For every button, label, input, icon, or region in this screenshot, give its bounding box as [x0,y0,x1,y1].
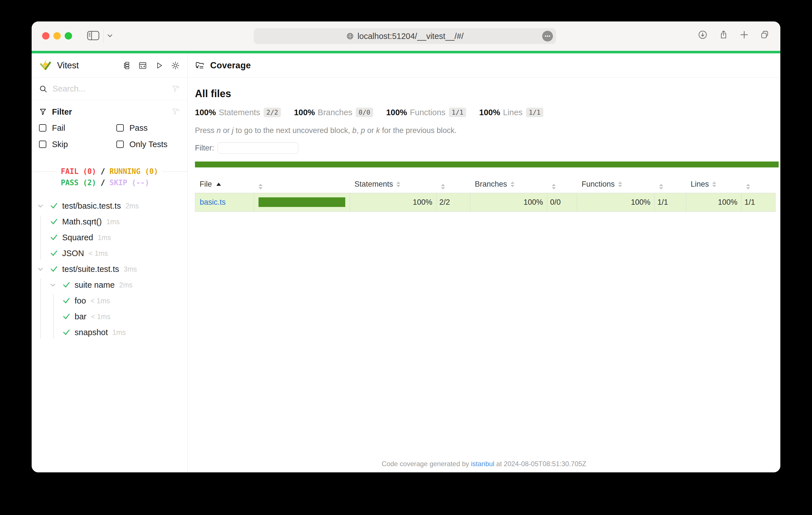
tree-item-json[interactable]: JSON < 1ms [32,245,187,261]
tab-overview-icon[interactable] [760,30,770,39]
column-header-functions[interactable]: Functions [577,176,655,193]
search-input[interactable] [53,84,166,93]
functions-frac-cell: 1/1 [655,193,686,211]
file-cell: basic.ts [195,193,254,211]
url-text: localhost:51204/__vitest__/#/ [357,32,464,41]
column-header-statements[interactable]: Statements [350,176,436,193]
sort-icon [712,182,716,187]
lines-frac-cell: 1/1 [742,193,776,211]
page-options-button[interactable] [542,30,553,42]
coverage-bar-cell [254,193,350,211]
dashboard-icon[interactable] [138,61,147,70]
column-sorter[interactable] [254,176,350,193]
stat-fraction-badge: 2/2 [264,108,281,117]
run-all-tests-icon[interactable] [154,61,164,70]
test-duration: 2ms [119,281,133,289]
pass-check-icon [50,234,58,241]
coverage-footer: Code coverage generated by istanbul at 2… [187,460,780,468]
sort-icon [746,184,750,189]
column-sorter[interactable] [547,176,577,193]
pass-count: PASS (2) [61,178,96,187]
filter-funnel-icon [39,108,47,116]
coverage-filter-label: Filter: [195,144,214,152]
clear-search-filter-icon[interactable] [172,85,180,93]
branches-frac-cell: 0/0 [547,193,577,211]
new-tab-icon[interactable] [740,30,749,39]
app-title: Vitest [57,60,79,70]
tree-item-foo[interactable]: foo < 1ms [32,293,187,309]
column-sorter[interactable] [655,176,686,193]
test-duration: 1ms [98,234,111,242]
page-title: Coverage [210,60,251,70]
running-count: RUNNING (0) [110,167,158,176]
filter-checkbox-fail[interactable]: Fail [39,122,116,134]
address-bar[interactable]: localhost:51204/__vitest__/#/ [254,28,556,44]
chevron-down-icon[interactable] [38,204,43,208]
downloads-icon[interactable] [698,30,707,39]
share-icon[interactable] [719,30,728,39]
coverage-stats: 100% Statements 2/2 100% Branches 0/0 10… [195,108,773,117]
column-sorter[interactable] [436,176,470,193]
coverage-filter-input[interactable] [218,142,298,154]
minimize-window-button[interactable] [53,32,61,39]
page-accent-bar [32,51,780,53]
test-duration: 1ms [112,328,126,337]
test-tree-view-icon[interactable] [122,61,131,70]
sort-ascending-icon [216,183,221,186]
tree-item-bar[interactable]: bar < 1ms [32,309,187,325]
branches-pct-cell: 100% [470,193,547,211]
lines-pct-cell: 100% [686,193,742,211]
sort-icon [659,184,663,189]
pass-check-icon [63,297,70,304]
test-explorer-sidebar: Vitest [32,53,187,473]
chevron-down-icon[interactable] [107,33,113,38]
column-sorter[interactable] [742,176,776,193]
filter-checkbox-pass[interactable]: Pass [116,122,180,134]
column-header-branches[interactable]: Branches [470,176,547,193]
test-duration: < 1ms [88,249,108,258]
stat-fraction-badge: 1/1 [526,108,544,117]
tree-item-snapshot[interactable]: snapshot 1ms [32,325,187,340]
tree-item-basic-test-file[interactable]: test/basic.test.ts 2ms [32,198,187,214]
pass-check-icon [50,202,58,210]
sort-icon [552,184,556,189]
coverage-scope-heading: All files [195,88,773,100]
pass-check-icon [50,250,58,257]
tree-item-squared[interactable]: Squared 1ms [32,230,187,245]
sort-icon [397,182,400,187]
clear-filters-icon[interactable] [172,108,180,116]
filter-checkbox-skip[interactable]: Skip [39,138,116,151]
sort-icon [618,182,622,187]
stat-statements: 100% Statements 2/2 [195,108,281,117]
zoom-window-button[interactable] [65,32,72,39]
column-header-file[interactable]: File [195,176,254,193]
checkbox-icon [39,141,46,148]
search-icon [39,85,48,93]
file-link[interactable]: basic.ts [200,198,226,206]
filter-checkbox-only-tests[interactable]: Only Tests [116,138,180,151]
stat-functions: 100% Functions 1/1 [386,108,466,117]
pass-check-icon [63,281,70,289]
sort-icon [511,182,515,187]
statements-pct-cell: 100% [350,193,436,211]
tree-item-suite-test-file[interactable]: test/suite.test.ts 3ms [32,261,187,277]
checkbox-icon [116,141,124,148]
checkbox-icon [39,124,46,131]
stat-fraction-badge: 0/0 [356,108,373,117]
tree-item-math-sqrt[interactable]: Math.sqrt() 1ms [32,214,187,230]
sidebar-toggle-icon[interactable] [87,30,99,41]
skip-count: SKIP (--) [110,178,149,187]
chevron-down-icon[interactable] [50,283,55,287]
sort-icon [441,184,445,189]
istanbul-link[interactable]: istanbul [471,460,494,467]
theme-toggle-sun-icon[interactable] [171,61,180,70]
filter-section-title: Filter [52,107,72,117]
chevron-down-icon[interactable] [38,267,43,271]
globe-icon [346,32,354,40]
column-header-lines[interactable]: Lines [686,176,742,193]
close-window-button[interactable] [42,32,50,39]
tree-item-suite-name[interactable]: suite name 2ms [32,277,187,293]
pass-check-icon [50,218,58,225]
test-tree: test/basic.test.ts 2ms Math.sqrt() 1ms [32,198,187,473]
statements-frac-cell: 2/2 [436,193,470,211]
